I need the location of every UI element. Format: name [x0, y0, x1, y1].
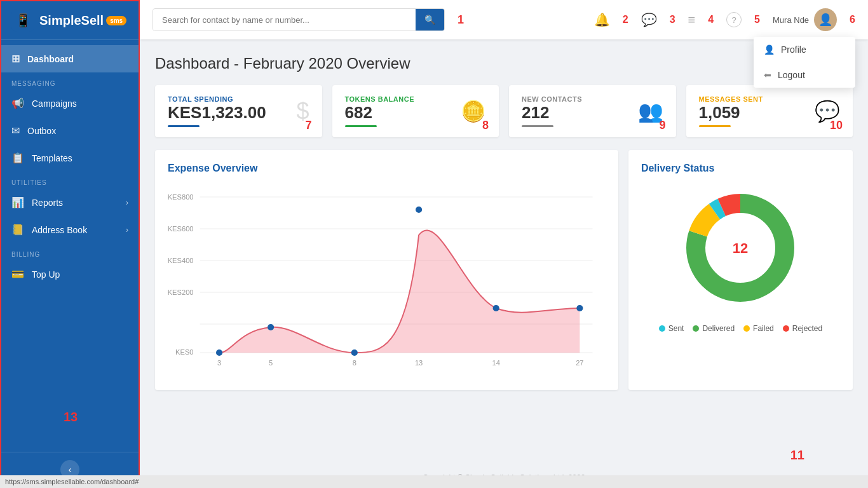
svg-point-11 [216, 349, 222, 356]
svg-text:5: 5 [269, 359, 273, 367]
dropdown-menu: 👤 Profile ⬅ Logout [754, 37, 855, 88]
sidebar-item-address-book[interactable]: 📒 Address Book › [1, 216, 139, 243]
legend-dot-rejected [783, 325, 789, 332]
svg-text:KES400: KES400 [168, 257, 194, 264]
svg-point-13 [351, 349, 358, 356]
svg-text:8: 8 [353, 359, 356, 367]
stat-value-tokens-balance: 682 [345, 103, 414, 123]
campaigns-icon: 📢 [11, 97, 24, 109]
page-title: Dashboard - February 2020 Overview [155, 55, 853, 72]
expense-chart-svg: KES800 KES600 KES400 KES200 KES0 3 5 [168, 184, 606, 375]
dropdown-item-profile[interactable]: 👤 Profile [754, 37, 855, 62]
sidebar: 📱 SimpleSell sms ⊞ Dashboard MESSAGING 📢… [0, 0, 140, 488]
expense-chart-title: Expense Overview [168, 163, 606, 174]
menu-icon[interactable]: ≡ [688, 13, 696, 27]
logo-area: 📱 SimpleSell sms [1, 1, 139, 40]
annotation-4: 4 [708, 14, 714, 25]
legend-sent: Sent [659, 324, 684, 333]
legend-rejected: Rejected [783, 324, 822, 333]
annotation-6: 6 [850, 14, 855, 25]
logo-icon: 📱 [11, 9, 34, 32]
address-book-chevron-icon: › [126, 226, 128, 234]
brand-name: SimpleSell [39, 13, 104, 28]
search-button[interactable]: 🔍 [416, 9, 444, 30]
annotation-11: 11 [790, 448, 804, 463]
delivery-chart-card: Delivery Status 12 [628, 150, 853, 390]
stat-value-total-spending: KES1,323.00 [168, 103, 266, 123]
legend-dot-delivered [693, 325, 699, 332]
stat-card-total-spending: TOTAL SPENDING KES1,323.00 $ 7 [155, 85, 322, 137]
svg-text:27: 27 [576, 359, 583, 367]
sidebar-item-outbox[interactable]: ✉ Outbox [1, 117, 139, 144]
top-up-icon: 💳 [11, 268, 24, 280]
sidebar-item-reports[interactable]: 📊 Reports › [1, 189, 139, 216]
sidebar-nav: ⊞ Dashboard MESSAGING 📢 Campaigns ✉ Outb… [1, 40, 139, 452]
stat-value-new-contacts: 212 [522, 103, 582, 123]
annotation-5: 5 [754, 14, 760, 25]
annotation-2: 2 [623, 14, 628, 25]
donut-chart-svg: 12 [677, 184, 804, 311]
svg-text:KES200: KES200 [168, 288, 194, 296]
logo-text: SimpleSell sms [39, 13, 126, 28]
sidebar-item-campaigns[interactable]: 📢 Campaigns [1, 90, 139, 117]
outbox-icon: ✉ [11, 125, 20, 137]
legend-label-rejected: Rejected [792, 324, 822, 333]
dropdown-label-profile: Profile [781, 44, 806, 55]
status-url: https://sms.simplesellable.com/dashboard… [5, 478, 139, 485]
chat-icon[interactable]: 💬 [641, 12, 657, 27]
svg-text:3: 3 [217, 359, 221, 367]
dashboard-icon: ⊞ [11, 53, 20, 65]
svg-text:14: 14 [492, 359, 499, 367]
charts-row: Expense Overview KES800 KES600 KES400 KE… [155, 150, 853, 390]
stat-value-messages-sent: 1,059 [699, 103, 763, 123]
sidebar-label-address-book: Address Book [32, 225, 87, 235]
avatar: 👤 [814, 8, 837, 31]
sidebar-item-dashboard[interactable]: ⊞ Dashboard [1, 45, 139, 72]
sidebar-item-templates[interactable]: 📋 Templates [1, 144, 139, 172]
svg-text:13: 13 [415, 359, 423, 367]
legend-delivered: Delivered [693, 324, 735, 333]
sidebar-label-dashboard: Dashboard [27, 54, 74, 64]
sidebar-item-top-up[interactable]: 💳 Top Up [1, 261, 139, 288]
stat-card-tokens-balance: TOKENS BALANCE 682 🪙 8 [332, 85, 499, 137]
annotation-1: 1 [458, 13, 464, 27]
user-name: Mura Nde [773, 15, 809, 25]
legend-label-delivered: Delivered [702, 324, 735, 333]
section-label-messaging: MESSAGING [1, 72, 139, 90]
header: 🔍 1 🔔 2 💬 3 ≡ 4 ? 5 Mura Nde 👤 6 [140, 0, 868, 39]
sidebar-label-templates: Templates [32, 153, 72, 163]
donut-legend: Sent Delivered Failed Rejected [659, 324, 822, 333]
delivery-chart-title: Delivery Status [641, 163, 840, 174]
sidebar-label-top-up: Top Up [32, 269, 60, 280]
bell-icon[interactable]: 🔔 [594, 12, 610, 27]
reports-chevron-icon: › [126, 198, 128, 207]
sidebar-label-reports: Reports [32, 198, 63, 208]
main-content: Dashboard - February 2020 Overview TOTAL… [140, 39, 868, 488]
help-icon[interactable]: ? [726, 12, 742, 27]
address-book-icon: 📒 [11, 224, 24, 236]
stat-label-total-spending: TOTAL SPENDING [168, 95, 266, 103]
user-area[interactable]: Mura Nde 👤 [773, 8, 837, 31]
legend-dot-sent [659, 325, 665, 332]
stat-label-tokens-balance: TOKENS BALANCE [345, 95, 414, 103]
legend-label-failed: Failed [753, 324, 774, 333]
svg-point-14 [416, 207, 422, 213]
expense-chart-card: Expense Overview KES800 KES600 KES400 KE… [155, 150, 618, 390]
section-label-billing: BILLING [1, 243, 139, 261]
section-label-utilities: UTILITIES [1, 172, 139, 189]
logout-icon: ⬅ [764, 70, 771, 80]
reports-icon: 📊 [11, 196, 24, 208]
sidebar-label-campaigns: Campaigns [32, 98, 77, 109]
sidebar-label-outbox: Outbox [27, 126, 56, 136]
search-input[interactable] [153, 10, 416, 30]
stat-icon-tokens: 🪙 [461, 99, 486, 123]
stat-card-messages-sent: MESSAGES SENT 1,059 💬 10 [686, 85, 853, 137]
dropdown-label-logout: Logout [778, 70, 805, 80]
stat-icon-contacts: 👥 [638, 99, 663, 123]
stat-label-messages-sent: MESSAGES SENT [699, 95, 763, 103]
dropdown-item-logout[interactable]: ⬅ Logout [754, 62, 855, 88]
svg-text:KES0: KES0 [175, 348, 193, 356]
svg-point-12 [268, 324, 274, 330]
header-icons: 🔔 2 💬 3 ≡ 4 ? 5 Mura Nde 👤 6 [594, 8, 855, 31]
templates-icon: 📋 [11, 152, 24, 164]
